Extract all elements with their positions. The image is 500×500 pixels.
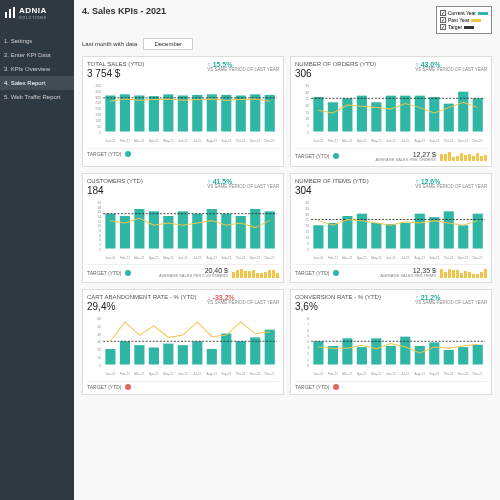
- svg-text:May-21: May-21: [371, 372, 382, 376]
- sidebar: ADNIA SOLUTIONS 1. Settings2. Enter KPI …: [0, 0, 74, 500]
- svg-text:20: 20: [97, 348, 101, 352]
- svg-rect-18: [192, 95, 202, 132]
- kpi-compare-text: VS SAME PERIOD OF LAST YEAR: [415, 68, 487, 73]
- svg-text:Oct-21: Oct-21: [236, 372, 246, 376]
- svg-rect-86: [178, 211, 188, 248]
- legend-current[interactable]: ✓ Current Year: [440, 10, 488, 16]
- kpi-title: NUMBER OF ITEMS (YTD): [295, 178, 369, 184]
- svg-text:Jan-21: Jan-21: [106, 255, 116, 259]
- svg-rect-187: [400, 337, 410, 365]
- svg-text:3: 3: [307, 346, 309, 350]
- svg-rect-1: [9, 9, 11, 18]
- svg-text:Sep-21: Sep-21: [429, 255, 440, 259]
- svg-text:Apr-21: Apr-21: [357, 372, 367, 376]
- svg-text:400: 400: [95, 84, 101, 88]
- svg-text:Aug-21: Aug-21: [415, 372, 426, 376]
- svg-text:Oct-21: Oct-21: [444, 139, 454, 143]
- svg-rect-158: [265, 330, 275, 365]
- svg-rect-156: [236, 342, 246, 365]
- checkbox-icon[interactable]: ✓: [440, 17, 446, 23]
- svg-text:150: 150: [95, 113, 101, 117]
- svg-text:10: 10: [305, 236, 309, 240]
- kpi-card: TOTAL SALES (YTD) 3 754 $ ↑ 15,5% VS SAM…: [82, 56, 284, 167]
- svg-rect-183: [342, 339, 352, 365]
- svg-rect-50: [386, 96, 396, 132]
- nav-item[interactable]: 1. Settings: [0, 34, 74, 48]
- svg-text:100: 100: [95, 119, 101, 123]
- svg-text:50: 50: [97, 125, 101, 129]
- svg-rect-84: [149, 211, 159, 248]
- avg-label: AVERAGE SALES PER ITEMS: [380, 274, 436, 278]
- svg-text:Jul-21: Jul-21: [193, 372, 202, 376]
- svg-text:Mar-21: Mar-21: [134, 139, 144, 143]
- svg-text:10: 10: [97, 224, 101, 228]
- svg-rect-155: [221, 334, 231, 365]
- kpi-card: CONVERSION RATE - % (YTD) 3,6% ↑ 21,2% V…: [290, 289, 492, 395]
- svg-text:0: 0: [307, 364, 309, 368]
- avg-label: AVERAGE SALES PER CUSTOMERS: [159, 274, 228, 278]
- svg-rect-47: [342, 98, 352, 131]
- svg-text:Jul-21: Jul-21: [401, 139, 410, 143]
- svg-rect-19: [207, 94, 217, 131]
- target-label: TARGET (YTD): [295, 384, 330, 390]
- target-label: TARGET (YTD): [295, 270, 330, 276]
- legend-target-label: Target: [448, 24, 462, 30]
- nav-item[interactable]: 4. Sales Report: [0, 76, 74, 90]
- svg-rect-45: [313, 97, 323, 132]
- svg-rect-125: [458, 225, 468, 248]
- nav-item[interactable]: 3. KPIs Overview: [0, 62, 74, 76]
- svg-text:Jun-21: Jun-21: [386, 372, 396, 376]
- svg-text:30: 30: [97, 341, 101, 345]
- svg-text:Oct-21: Oct-21: [444, 255, 454, 259]
- kpi-value: 29,4%: [87, 301, 197, 312]
- brand-subtitle: SOLUTIONS: [19, 15, 47, 20]
- kpi-value: 304: [295, 185, 369, 196]
- nav-item[interactable]: 2. Enter KPI Data: [0, 48, 74, 62]
- sparkline: [440, 151, 487, 161]
- svg-text:Jun-21: Jun-21: [386, 139, 396, 143]
- kpi-chart: 050100150200250300350400Jan-21Feb-21Mar-…: [87, 81, 279, 144]
- svg-text:Jan-21: Jan-21: [106, 139, 116, 143]
- svg-rect-152: [178, 345, 188, 364]
- svg-text:Feb-21: Feb-21: [328, 255, 338, 259]
- svg-rect-14: [134, 95, 144, 131]
- svg-text:35: 35: [305, 207, 309, 211]
- svg-text:Aug-21: Aug-21: [415, 255, 426, 259]
- nav-item[interactable]: 5. Web Traffic Report: [0, 90, 74, 104]
- svg-text:Apr-21: Apr-21: [149, 255, 159, 259]
- svg-text:14: 14: [97, 215, 101, 219]
- page-title: 4. Sales KPIs - 2021: [82, 6, 166, 16]
- svg-text:Feb-21: Feb-21: [120, 255, 130, 259]
- svg-text:15: 15: [305, 230, 309, 234]
- kpi-chart: 0102030405060Jan-21Feb-21Mar-21Apr-21May…: [87, 314, 279, 377]
- legend-target[interactable]: ✓ Target: [440, 24, 488, 30]
- kpi-chart: 0510152025303540Jan-21Feb-21Mar-21Apr-21…: [295, 198, 487, 261]
- svg-text:Feb-21: Feb-21: [120, 139, 130, 143]
- svg-rect-121: [400, 223, 410, 249]
- checkbox-icon[interactable]: ✓: [440, 10, 446, 16]
- svg-text:Nov-21: Nov-21: [458, 255, 469, 259]
- svg-text:Dec-21: Dec-21: [265, 139, 276, 143]
- svg-rect-17: [178, 95, 188, 131]
- month-selector[interactable]: December: [143, 38, 193, 50]
- legend-past[interactable]: ✓ Past Year: [440, 17, 488, 23]
- svg-rect-123: [429, 217, 439, 248]
- kpi-card: CUSTOMERS (YTD) 184 ↑ 41,5% VS SAME PERI…: [82, 173, 284, 284]
- svg-rect-92: [265, 211, 275, 248]
- checkbox-icon[interactable]: ✓: [440, 24, 446, 30]
- svg-text:200: 200: [95, 107, 101, 111]
- svg-text:Aug-21: Aug-21: [415, 139, 426, 143]
- svg-text:Nov-21: Nov-21: [458, 372, 469, 376]
- svg-rect-46: [328, 102, 338, 131]
- svg-text:10: 10: [97, 356, 101, 360]
- svg-text:Jan-21: Jan-21: [106, 372, 116, 376]
- svg-rect-16: [163, 94, 173, 131]
- svg-text:May-21: May-21: [163, 255, 174, 259]
- svg-text:Jan-21: Jan-21: [314, 372, 324, 376]
- svg-text:Aug-21: Aug-21: [207, 139, 218, 143]
- svg-rect-56: [473, 98, 483, 131]
- svg-text:1: 1: [307, 358, 309, 362]
- svg-text:Oct-21: Oct-21: [236, 255, 246, 259]
- svg-text:Dec-21: Dec-21: [473, 255, 484, 259]
- svg-rect-119: [371, 223, 381, 249]
